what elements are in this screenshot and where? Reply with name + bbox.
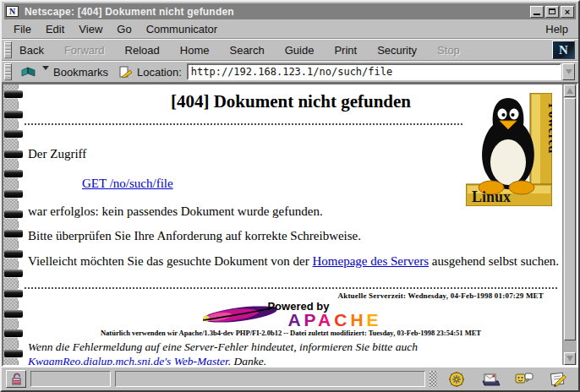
tux-penguin-icon: [479, 98, 534, 194]
search-button[interactable]: Search: [227, 42, 266, 58]
server-info: Natürlich verwenden wir Apache/1.3b4-dev…: [19, 329, 562, 337]
minimize-icon: [533, 14, 540, 15]
security-button[interactable]: Security: [375, 42, 419, 58]
netscape-window: N Netscape: [404] Dokument nicht gefunde…: [0, 0, 580, 392]
unlocked-padlock-icon: [10, 373, 23, 385]
toolbar-grip[interactable]: [4, 41, 12, 58]
bookmarks-icon: [20, 66, 37, 79]
netscape-throbber-icon[interactable]: N: [552, 41, 575, 59]
titlebar[interactable]: N Netscape: [404] Dokument nicht gefunde…: [4, 3, 576, 19]
linux-powered-logo: Linux Powered: [466, 93, 552, 206]
spiral-binding: [3, 84, 19, 365]
stop-button[interactable]: Stop: [435, 42, 462, 58]
location-label: Location:: [137, 66, 182, 79]
window-title: Netscape: [404] Dokument nicht gefunden: [25, 6, 234, 18]
bookmarks-button[interactable]: Bookmarks: [17, 65, 112, 79]
navigator-button[interactable]: [445, 370, 468, 389]
scrollbar-thumb[interactable]: [564, 98, 576, 340]
maximize-icon: [549, 8, 555, 14]
home-button[interactable]: Home: [178, 42, 212, 58]
apache-logo: Powered by APACHE: [19, 301, 562, 328]
apache-letter: C: [334, 310, 350, 329]
webmaster-link[interactable]: KwaamReo.dialup.mch.sni.de's Web-Master: [28, 355, 228, 367]
menu-help[interactable]: Help: [545, 23, 568, 35]
composer-icon: [548, 371, 568, 388]
menu-edit[interactable]: Edit: [46, 23, 64, 35]
guide-button[interactable]: Guide: [282, 42, 317, 58]
homepage-link[interactable]: Homepage des Servers: [313, 254, 429, 268]
location-bar: Bookmarks Location:: [2, 61, 578, 83]
suggest-post: ausgehend selbst suchen.: [429, 254, 559, 268]
location-page-icon: [118, 66, 133, 79]
scroll-down-button[interactable]: [564, 352, 576, 365]
dropdown-arrow-icon: [566, 69, 572, 74]
mailbox-button[interactable]: [479, 370, 502, 389]
mailbox-icon: [480, 371, 501, 388]
linux-label: Linux: [472, 188, 511, 205]
bookmarks-label: Bookmarks: [53, 66, 108, 79]
apache-wordmark: APACHE: [287, 313, 381, 328]
progress-panel: [30, 371, 111, 387]
statusbar: [2, 367, 578, 390]
apache-letter: A: [318, 310, 334, 329]
browser-viewport: [404] Dokument nicht gefunden Der Zugrif…: [2, 83, 578, 367]
menu-go[interactable]: Go: [117, 23, 131, 35]
divider: [25, 123, 462, 125]
print-button[interactable]: Print: [331, 42, 359, 58]
minimize-button[interactable]: [530, 6, 544, 18]
vertical-scrollbar[interactable]: [562, 84, 577, 365]
menu-view[interactable]: View: [79, 23, 102, 35]
menubar: File Edit View Go Communicator Help: [2, 19, 578, 39]
status-message-panel: [115, 371, 425, 387]
footer-text: Wenn die Fehlermeldung auf eine Server-F…: [28, 340, 562, 367]
navigation-toolbar: Back Forward Reload Home Search Guide Pr…: [2, 39, 578, 61]
bookmarks-caret-icon: [42, 66, 49, 70]
location-input[interactable]: [187, 63, 561, 80]
suggest-text: Vielleicht möchten Sie das gesuchte Doku…: [28, 253, 562, 270]
request-link[interactable]: GET /no/such/file: [82, 177, 173, 190]
netscape-app-icon: N: [6, 6, 19, 17]
scroll-up-icon: [566, 88, 573, 94]
location-dropdown-button[interactable]: [562, 63, 575, 80]
composer-button[interactable]: [546, 370, 570, 389]
suggest-pre: Vielleicht möchten Sie das gesuchte Doku…: [28, 254, 313, 268]
close-button[interactable]: ×: [561, 6, 574, 18]
footer-post: . Danke.: [228, 355, 266, 367]
document-404: [404] Dokument nicht gefunden Der Zugrif…: [19, 84, 562, 365]
page-proxy-chip[interactable]: Location:: [112, 65, 187, 79]
scroll-down-icon: [566, 356, 573, 362]
location-bar-grip[interactable]: [4, 63, 12, 80]
apache-letter: P: [304, 310, 318, 329]
maximize-button[interactable]: [545, 6, 559, 18]
apache-letter: H: [350, 310, 366, 329]
reload-button[interactable]: Reload: [123, 42, 162, 58]
component-taskbar: [441, 370, 573, 389]
back-button[interactable]: Back: [17, 42, 47, 58]
apache-letter: A: [287, 310, 304, 329]
forward-button[interactable]: Forward: [62, 42, 107, 58]
navigator-wheel-icon: [447, 371, 466, 388]
scroll-up-button[interactable]: [564, 84, 576, 97]
apache-letter: E: [367, 310, 382, 329]
close-icon: ×: [565, 8, 570, 16]
check-text: Bitte überprüfen Sie Ihre Anforderung au…: [28, 228, 562, 244]
powered-label: Powered: [546, 103, 552, 153]
footer-line1: Wenn die Fehlermeldung auf eine Server-F…: [28, 340, 418, 353]
menu-file[interactable]: File: [14, 23, 31, 35]
server-time: Aktuelle Serverzeit: Wednesday, 04-Feb-1…: [19, 291, 544, 300]
taskbar-grip[interactable]: [430, 371, 437, 387]
discussions-icon: [514, 371, 534, 388]
menu-communicator[interactable]: Communicator: [146, 23, 218, 35]
divider: [25, 287, 557, 289]
security-lock-button[interactable]: [6, 370, 26, 388]
discussions-button[interactable]: [512, 370, 536, 389]
